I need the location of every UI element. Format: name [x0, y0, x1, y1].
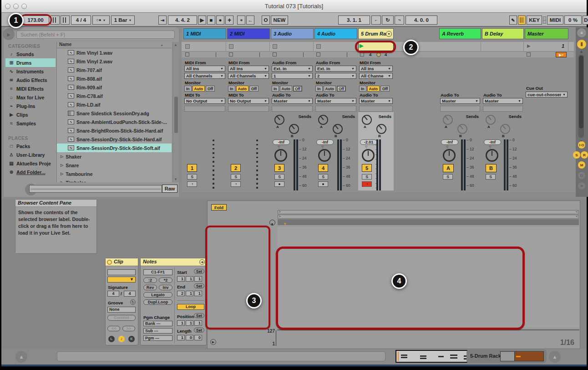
length-beats[interactable]: 0	[186, 335, 193, 340]
send-b-knob[interactable]	[500, 124, 510, 134]
envelope-tab-button[interactable]: E	[128, 336, 135, 342]
invert-button[interactable]: Inv	[159, 285, 172, 290]
io-section-toggle[interactable]: I·O	[578, 141, 585, 149]
track-activator[interactable]: 4	[318, 164, 328, 172]
output-type-chooser[interactable]: Master▼	[359, 98, 393, 104]
input-type-chooser[interactable]: All Ins▼	[184, 66, 225, 72]
clip-slot[interactable]	[227, 42, 270, 51]
disk-overload-button[interactable]: D	[583, 15, 588, 25]
time-signature[interactable]: 4 / 4	[71, 15, 91, 25]
mixer-section-toggle[interactable]: M	[578, 161, 585, 169]
double-time-button[interactable]: *2	[159, 278, 172, 283]
clip-color-chooser[interactable]: ▼	[107, 277, 136, 283]
session-view-toggle-icon[interactable]: ≡	[577, 28, 586, 37]
note-grid[interactable]	[277, 227, 579, 328]
punch-out-button[interactable]: ¬	[395, 15, 404, 25]
empty-device-box[interactable]	[483, 106, 523, 112]
volume-display[interactable]: -Inf	[484, 139, 501, 145]
scroll-down-icon[interactable]: ▼	[174, 177, 177, 181]
loop-length-display[interactable]: 4. 0. 0	[406, 15, 437, 25]
monitor-auto-button[interactable]: Auto	[280, 86, 292, 92]
sidebar-item-midi-effects[interactable]: ≡MIDI Effects	[5, 84, 56, 93]
input-type-chooser[interactable]: All Ins▼	[359, 66, 393, 72]
length-set-button[interactable]: Set	[194, 328, 204, 333]
clip-play-icon[interactable]: ▶	[360, 43, 363, 49]
scrollbar-thumb[interactable]	[174, 97, 178, 133]
volume-knob[interactable]	[274, 149, 287, 162]
file-item[interactable]: ∿Snare-BrightRoom-Stick-Side-Hard.aif	[57, 126, 172, 135]
track-header[interactable]: B Delay	[482, 28, 524, 39]
loop-marker-strip[interactable]: ≻≺	[278, 210, 579, 214]
volume-display[interactable]: -Inf	[441, 139, 458, 145]
session-scrollbar[interactable]	[578, 55, 584, 138]
scroll-up-icon[interactable]: ▲	[174, 43, 177, 47]
volume-knob[interactable]	[362, 149, 375, 162]
loop-marker-strip[interactable]: ≻≺	[278, 215, 579, 219]
send-a-knob[interactable]	[486, 115, 496, 125]
arm-button[interactable]: ◔	[362, 181, 372, 187]
empty-device-box[interactable]	[272, 106, 313, 112]
send-b-knob[interactable]	[376, 124, 386, 134]
track-activator[interactable]: 1	[187, 164, 197, 172]
draw-mode-button[interactable]: ✎	[509, 15, 517, 25]
end-beats[interactable]: 1	[186, 291, 193, 296]
follow-button[interactable]: ⇥	[158, 15, 167, 25]
file-item[interactable]: Snare Sidestick SessionDry.adg	[57, 109, 172, 118]
folder-item-timbales[interactable]: ▷Timbales	[57, 178, 172, 182]
send-b-knob[interactable]	[289, 124, 299, 134]
folder-item-shaker[interactable]: ▷Shaker	[57, 152, 172, 161]
track-header[interactable]: 2 MIDI	[227, 28, 270, 39]
track-header[interactable]: Master	[525, 28, 568, 39]
notes-tab-button[interactable]: ♪	[118, 336, 125, 342]
loop-start-icon[interactable]: ≻	[279, 215, 281, 218]
clip-stop-slot[interactable]	[314, 52, 357, 57]
track-activator[interactable]: 5	[362, 164, 372, 172]
velocity-lane[interactable]	[277, 329, 579, 347]
solo-button[interactable]: S	[274, 174, 284, 180]
metronome-button[interactable]: ○●▼	[92, 15, 110, 25]
halve-time-button[interactable]: :2	[143, 278, 157, 283]
file-item[interactable]: ∿Rim Vinyl 2.wav	[57, 57, 172, 66]
return-activator[interactable]: A	[443, 164, 454, 172]
clip-slot[interactable]	[183, 42, 226, 51]
quantization-menu[interactable]: 1 Bar▼	[111, 15, 135, 25]
stop-button[interactable]: ■	[207, 15, 215, 25]
clip-slot-playing[interactable]: ▶	[358, 42, 394, 51]
expand-triangle-icon[interactable]: ▷	[61, 163, 63, 167]
track-activator[interactable]: 2	[231, 164, 241, 172]
monitor-off-button[interactable]: Off	[293, 86, 302, 92]
expand-triangle-icon[interactable]: ▷	[61, 172, 63, 176]
re-enable-automation-button[interactable]: ←	[246, 15, 254, 25]
computer-midi-keyboard-button[interactable]	[518, 15, 526, 25]
arm-button[interactable]: ●	[274, 181, 284, 187]
session-record-button[interactable]: O	[262, 15, 270, 25]
input-channel-chooser[interactable]: ⋮All Channe▼	[359, 73, 393, 79]
clip-slot[interactable]	[482, 42, 524, 51]
record-button[interactable]: ●	[216, 15, 224, 25]
clip-stop-slot[interactable]	[183, 52, 226, 57]
expand-triangle-icon[interactable]: ▷	[61, 154, 63, 159]
launch-tab-button[interactable]: L	[108, 336, 115, 342]
track-header[interactable]: 1 MIDI	[183, 28, 226, 39]
end-value[interactable]: 2 1 1	[177, 291, 202, 296]
loop-end-icon[interactable]: ≺	[575, 215, 578, 218]
volume-knob[interactable]	[486, 149, 498, 162]
empty-device-box[interactable]	[440, 106, 480, 112]
back-to-arrangement-button[interactable]: ▶≡	[556, 52, 567, 57]
fold-panel-icon[interactable]: ➔	[199, 259, 205, 265]
file-item[interactable]: ∿Rim Vinyl 1.wav	[57, 48, 172, 57]
start-bars[interactable]: 1	[177, 276, 185, 282]
clip-stop-square[interactable]	[360, 52, 364, 57]
position-set-button[interactable]: Set	[194, 313, 204, 318]
position-sixteenths[interactable]: 1	[194, 320, 202, 326]
file-item[interactable]: ∿Rim-808.aif	[57, 74, 172, 83]
row-preview-headphone-icon[interactable]	[269, 220, 275, 226]
monitor-auto-button[interactable]: Auto	[367, 86, 380, 92]
volume-knob[interactable]	[318, 149, 331, 162]
file-item[interactable]: ∿Snare-SessionDry-Stick-Side-Hard.aif	[57, 135, 172, 144]
bank-field[interactable]: Bank ---	[143, 321, 172, 326]
clip-name-field[interactable]	[107, 269, 136, 275]
crossfade-section-toggle[interactable]: ✕	[578, 182, 585, 190]
start-sixteenths[interactable]: 1	[194, 276, 202, 282]
duplicate-loop-button[interactable]: Dupl.Loop	[143, 299, 172, 305]
